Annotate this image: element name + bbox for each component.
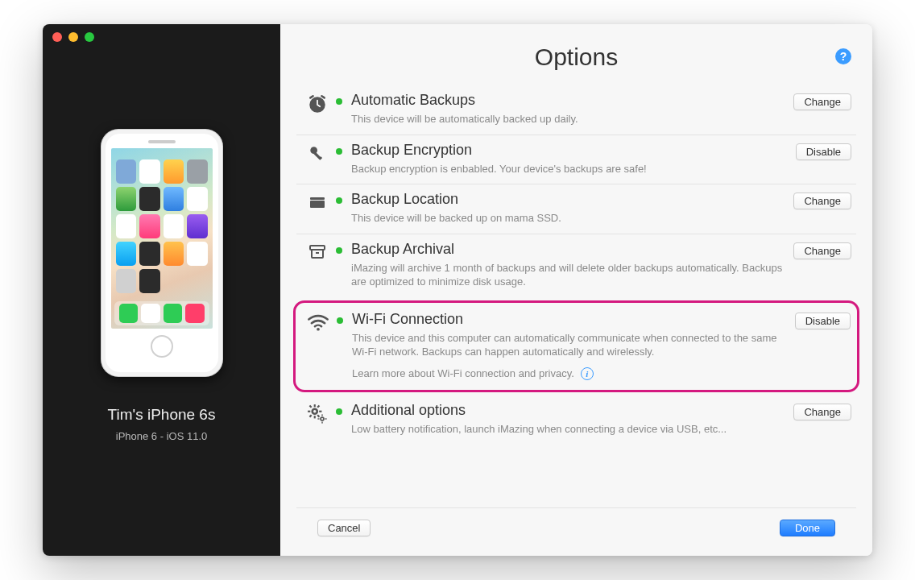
device-model-label: iPhone 6 - iOS 11.0 xyxy=(116,430,207,442)
svg-rect-22 xyxy=(317,418,319,419)
status-indicator xyxy=(333,142,345,155)
info-icon[interactable]: i xyxy=(581,367,594,380)
device-name-label: Tim's iPhone 6s xyxy=(108,406,216,424)
svg-rect-5 xyxy=(310,197,325,200)
options-panel: Options ? Automatic Backups This device … xyxy=(280,24,872,556)
gears-icon xyxy=(301,402,333,424)
option-additional: Additional options Low battery notificat… xyxy=(296,395,856,445)
svg-rect-7 xyxy=(310,246,325,250)
option-backup-archival: Backup Archival iMazing will archive 1 m… xyxy=(296,234,856,297)
option-backup-encryption: Backup Encryption Backup encryption is e… xyxy=(296,135,856,184)
svg-rect-15 xyxy=(309,414,313,417)
svg-rect-13 xyxy=(319,410,321,412)
device-mockup xyxy=(101,129,223,377)
svg-point-8 xyxy=(317,328,320,331)
panel-header: Options ? xyxy=(280,24,872,85)
svg-rect-17 xyxy=(309,404,313,408)
help-button[interactable]: ? xyxy=(835,48,851,64)
svg-rect-10 xyxy=(314,404,316,407)
status-indicator xyxy=(333,191,345,204)
svg-rect-14 xyxy=(317,404,320,408)
change-auto-backup-button[interactable]: Change xyxy=(793,93,851,110)
option-description: Backup encryption is enbabled. Your devi… xyxy=(351,162,796,176)
footer-buttons: Cancel Done xyxy=(296,507,856,556)
option-description: This device and this computer can automa… xyxy=(352,331,795,359)
svg-point-24 xyxy=(321,418,323,420)
svg-rect-6 xyxy=(310,201,325,208)
option-title: Backup Location xyxy=(351,191,793,208)
home-button-icon xyxy=(151,335,173,358)
close-window-button[interactable] xyxy=(52,32,62,42)
window-traffic-lights xyxy=(52,32,94,42)
option-backup-location: Backup Location This device will be back… xyxy=(296,184,856,234)
option-description: This device will be backed up on mama SS… xyxy=(351,211,793,226)
options-list: Automatic Backups This device will be au… xyxy=(280,85,872,444)
wifi-learn-more-row: Learn more about Wi-Fi connection and pr… xyxy=(352,367,795,380)
archive-box-icon xyxy=(301,241,333,262)
svg-point-18 xyxy=(313,410,316,412)
svg-rect-23 xyxy=(325,418,327,419)
change-additional-button[interactable]: Change xyxy=(793,404,851,420)
option-title: Backup Archival xyxy=(351,241,793,258)
svg-rect-20 xyxy=(321,414,322,416)
option-wifi-connection: Wi-Fi Connection This device and this co… xyxy=(293,300,859,392)
status-indicator xyxy=(334,311,346,324)
minimize-window-button[interactable] xyxy=(68,32,78,42)
option-description: iMazing will archive 1 month of backups … xyxy=(351,261,793,289)
done-button[interactable]: Done xyxy=(780,520,835,536)
status-indicator xyxy=(333,402,345,415)
status-indicator xyxy=(333,241,345,254)
option-description: This device will be automatically backed… xyxy=(351,112,793,126)
wifi-learn-more-text: Learn more about Wi-Fi connection and pr… xyxy=(352,367,574,379)
folder-icon xyxy=(301,191,333,212)
disable-encryption-button[interactable]: Disable xyxy=(796,143,851,160)
svg-point-2 xyxy=(310,147,317,154)
disable-wifi-button[interactable]: Disable xyxy=(795,313,851,329)
option-title: Automatic Backups xyxy=(351,92,793,109)
option-automatic-backups: Automatic Backups This device will be au… xyxy=(296,85,856,135)
svg-rect-21 xyxy=(321,421,322,423)
page-title: Options xyxy=(280,43,872,71)
change-archival-button[interactable]: Change xyxy=(793,242,851,259)
svg-rect-16 xyxy=(317,414,320,417)
option-title: Additional options xyxy=(351,402,793,419)
zoom-window-button[interactable] xyxy=(85,32,94,42)
alarm-clock-icon xyxy=(301,92,333,114)
cancel-button[interactable]: Cancel xyxy=(317,520,371,536)
status-indicator xyxy=(333,92,345,105)
device-screen xyxy=(111,148,213,329)
svg-rect-11 xyxy=(314,416,316,418)
key-icon xyxy=(301,142,333,164)
option-title: Wi-Fi Connection xyxy=(352,311,795,328)
option-description: Low battery notification, launch iMazing… xyxy=(351,422,793,437)
svg-rect-12 xyxy=(308,410,310,412)
change-location-button[interactable]: Change xyxy=(793,193,851,209)
option-title: Backup Encryption xyxy=(351,142,796,159)
wifi-icon xyxy=(302,311,334,332)
device-sidebar: Tim's iPhone 6s iPhone 6 - iOS 11.0 xyxy=(43,24,280,556)
app-window: Tim's iPhone 6s iPhone 6 - iOS 11.0 Opti… xyxy=(43,24,872,556)
